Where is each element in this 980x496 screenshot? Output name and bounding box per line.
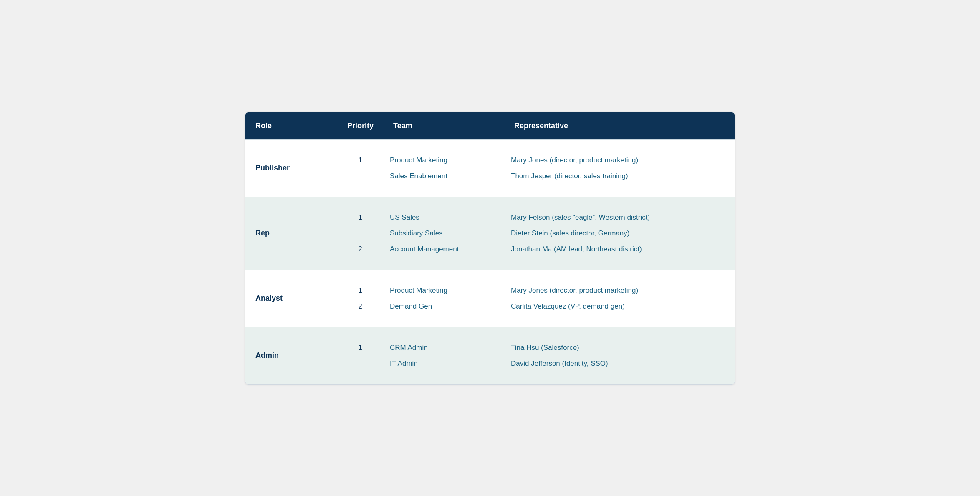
col-header-priority: Priority: [337, 112, 383, 139]
main-table: Role Priority Team Representative Publis…: [245, 112, 735, 385]
role-cell-publisher: Publisher: [245, 140, 337, 197]
rep-cell-rep: Mary Felson (sales “eagle”, Western dist…: [504, 197, 735, 270]
rep-cell-publisher: Mary Jones (director, product marketing)…: [504, 140, 735, 197]
rep-value: Mary Jones (director, product marketing): [511, 152, 728, 168]
rep-value: Jonathan Ma (AM lead, Northeast district…: [511, 241, 728, 257]
priority-value: 1: [341, 283, 379, 299]
table-row-rep: Rep12US SalesSubsidiary SalesAccount Man…: [245, 197, 735, 270]
rep-value: Mary Jones (director, product marketing): [511, 283, 728, 299]
team-value: Sales Enablement: [390, 168, 498, 184]
team-value: Account Management: [390, 241, 498, 257]
team-value: US Sales: [390, 210, 498, 225]
priority-value: [341, 168, 379, 184]
table-body: Publisher1Product MarketingSales Enablem…: [245, 139, 735, 384]
role-cell-admin: Admin: [245, 327, 337, 384]
priority-cell-analyst: 12: [337, 270, 383, 327]
team-cell-admin: CRM AdminIT Admin: [383, 327, 504, 384]
col-header-role: Role: [245, 112, 337, 139]
table-row-publisher: Publisher1Product MarketingSales Enablem…: [245, 139, 735, 197]
priority-value: 2: [341, 241, 379, 257]
col-header-team: Team: [383, 112, 504, 139]
rep-value: Dieter Stein (sales director, Germany): [511, 225, 728, 241]
rep-cell-admin: Tina Hsu (Salesforce)David Jefferson (Id…: [504, 327, 735, 384]
rep-value: David Jefferson (Identity, SSO): [511, 356, 728, 372]
rep-cell-analyst: Mary Jones (director, product marketing)…: [504, 270, 735, 327]
team-value: Product Marketing: [390, 283, 498, 299]
priority-value: [341, 225, 379, 241]
rep-value: Carlita Velazquez (VP, demand gen): [511, 299, 728, 314]
role-cell-analyst: Analyst: [245, 270, 337, 327]
role-cell-rep: Rep: [245, 197, 337, 270]
priority-cell-publisher: 1: [337, 140, 383, 197]
team-value: IT Admin: [390, 356, 498, 372]
rep-value: Tina Hsu (Salesforce): [511, 340, 728, 356]
team-cell-publisher: Product MarketingSales Enablement: [383, 140, 504, 197]
team-value: CRM Admin: [390, 340, 498, 356]
priority-cell-rep: 12: [337, 197, 383, 270]
table-row-analyst: Analyst12Product MarketingDemand GenMary…: [245, 270, 735, 327]
team-value: Subsidiary Sales: [390, 225, 498, 241]
team-cell-rep: US SalesSubsidiary SalesAccount Manageme…: [383, 197, 504, 270]
priority-cell-admin: 1: [337, 327, 383, 384]
priority-value: 1: [341, 210, 379, 225]
table-row-admin: Admin1CRM AdminIT AdminTina Hsu (Salesfo…: [245, 327, 735, 384]
col-header-representative: Representative: [504, 112, 735, 139]
rep-value: Mary Felson (sales “eagle”, Western dist…: [511, 210, 728, 225]
rep-value: Thom Jesper (director, sales training): [511, 168, 728, 184]
team-cell-analyst: Product MarketingDemand Gen: [383, 270, 504, 327]
table-header: Role Priority Team Representative: [245, 112, 735, 139]
priority-value: 2: [341, 299, 379, 314]
team-value: Product Marketing: [390, 152, 498, 168]
priority-value: [341, 356, 379, 372]
team-value: Demand Gen: [390, 299, 498, 314]
priority-value: 1: [341, 152, 379, 168]
priority-value: 1: [341, 340, 379, 356]
